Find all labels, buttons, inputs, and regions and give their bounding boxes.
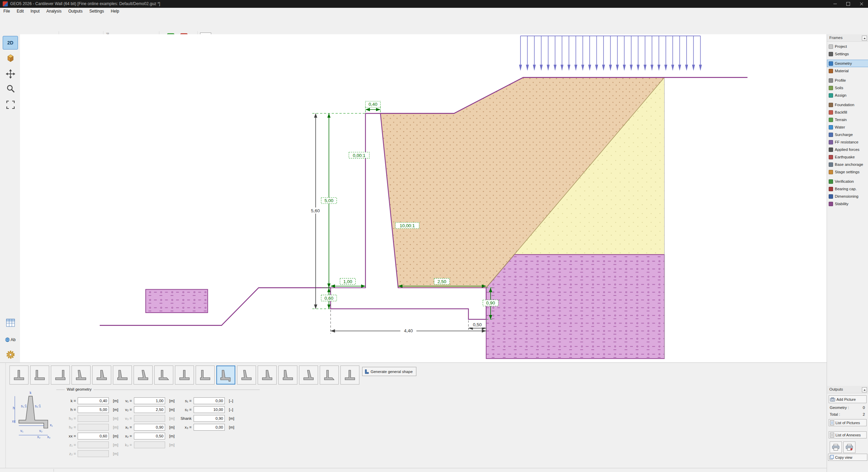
- field-input-v[interactable]: [134, 406, 165, 413]
- outputs-geometry-label: Geometry :: [830, 406, 849, 410]
- frames-item-foundation[interactable]: Foundation: [827, 101, 868, 109]
- wall-type-15-button[interactable]: [299, 366, 318, 385]
- field-input-x[interactable]: [134, 424, 165, 431]
- frames-item-water[interactable]: Water: [827, 123, 868, 131]
- add-picture-button[interactable]: Add Picture: [829, 395, 867, 403]
- grid-settings-button[interactable]: [3, 316, 18, 330]
- wall-type-12-button[interactable]: [237, 366, 256, 385]
- frames-item-applied-forces[interactable]: Applied forces: [827, 146, 868, 153]
- wall-type-6-icon: [115, 368, 130, 382]
- pan-tool-button[interactable]: [3, 67, 18, 81]
- wall-type-9-button[interactable]: [175, 366, 194, 385]
- menu-analysis[interactable]: Analysis: [43, 8, 65, 15]
- annotation-button[interactable]: Ab: [3, 333, 18, 347]
- wall-type-14-icon: [280, 368, 295, 382]
- wall-type-17-button[interactable]: [340, 366, 359, 385]
- frames-item-soils[interactable]: Soils: [827, 84, 868, 92]
- frames-item-backfill[interactable]: Backfill: [827, 109, 868, 116]
- options-button[interactable]: [3, 348, 18, 361]
- field-input-xx[interactable]: [78, 433, 109, 439]
- dim-shank-width: 0,50: [473, 322, 482, 327]
- frames-item-stability[interactable]: Stability: [827, 200, 868, 208]
- frames-item-geometry[interactable]: Geometry: [827, 60, 868, 67]
- view-3d-button[interactable]: [3, 51, 18, 65]
- wall-type-6-button[interactable]: [113, 366, 132, 385]
- list-of-pictures-label: List of Pictures: [835, 421, 860, 425]
- wall-type-3-icon: [53, 368, 68, 382]
- wall-type-10-button[interactable]: [196, 366, 215, 385]
- wall-type-2-button[interactable]: [30, 366, 49, 385]
- wall-type-8-button[interactable]: [154, 366, 173, 385]
- menu-input[interactable]: Input: [27, 8, 43, 15]
- wall-type-5-button[interactable]: [92, 366, 111, 385]
- material-icon: [829, 69, 833, 73]
- frames-collapse-button[interactable]: [862, 36, 867, 41]
- wall-type-13-button[interactable]: [258, 366, 277, 385]
- status-bar: [0, 468, 827, 472]
- wall-type-16-button[interactable]: [320, 366, 339, 385]
- wall-type-13-icon: [260, 368, 275, 382]
- menu-settings[interactable]: Settings: [86, 8, 107, 15]
- list-of-annexes-label: List of Annexes: [835, 433, 861, 437]
- frames-item-verification[interactable]: Verification: [827, 178, 868, 185]
- zoom-tool-button[interactable]: [3, 82, 18, 95]
- drawing-canvas[interactable]: 0,40 5,00 0,60 1,00 2,50 0,90 0,00:1 10,…: [20, 34, 827, 362]
- terrain-icon: [829, 118, 833, 122]
- frames-item-label: Foundation: [835, 103, 854, 107]
- field-input-k[interactable]: [78, 397, 109, 404]
- maximize-button[interactable]: [842, 0, 855, 8]
- wall-type-1-button[interactable]: [9, 366, 28, 385]
- menu-edit[interactable]: Edit: [13, 8, 27, 15]
- field-input-h[interactable]: [78, 406, 109, 413]
- frames-item-material[interactable]: Material: [827, 67, 868, 75]
- menu-outputs[interactable]: Outputs: [65, 8, 86, 15]
- list-of-annexes-button[interactable]: List of Annexes: [829, 431, 867, 438]
- frames-item-surcharge[interactable]: Surcharge: [827, 131, 868, 138]
- wall-type-14-button[interactable]: [278, 366, 297, 385]
- frames-item-label: Base anchorage: [835, 162, 863, 166]
- field-unit: [m]: [169, 433, 175, 439]
- frames-item-base-anchorage[interactable]: Base anchorage: [827, 161, 868, 168]
- add-picture-label: Add Picture: [836, 397, 856, 401]
- frames-item-assign[interactable]: Assign: [827, 92, 868, 99]
- close-button[interactable]: [855, 0, 868, 8]
- field-input-x[interactable]: [194, 424, 225, 431]
- field-input-v[interactable]: [134, 397, 165, 404]
- view-2d-button[interactable]: 2D: [3, 36, 18, 50]
- field-input-s[interactable]: [194, 406, 225, 413]
- minimize-button[interactable]: [828, 0, 842, 8]
- list-of-pictures-button[interactable]: List of Pictures: [829, 419, 867, 426]
- field-input-shank[interactable]: [194, 415, 225, 422]
- frames-item-profile[interactable]: Profile: [827, 77, 868, 84]
- ff-resistance-icon: [829, 140, 833, 144]
- frames-item-ff-resistance[interactable]: FF resistance: [827, 138, 868, 146]
- zoom-fit-button[interactable]: [3, 98, 18, 112]
- frames-item-label: Dimensioning: [835, 194, 859, 198]
- frames-item-stage-settings[interactable]: Stage settings: [827, 168, 868, 176]
- field-input-s[interactable]: [194, 397, 225, 404]
- field-label-h: h =: [46, 406, 76, 413]
- field-input-x[interactable]: [134, 433, 165, 439]
- wall-type-11-button[interactable]: [216, 366, 235, 385]
- print-bw-button[interactable]: [843, 441, 855, 453]
- wall-type-3-button[interactable]: [51, 366, 70, 385]
- frames-item-earthquake[interactable]: Earthquake: [827, 153, 868, 161]
- copy-view-button[interactable]: Copy view: [828, 454, 867, 461]
- wall-type-7-button[interactable]: [134, 366, 153, 385]
- wall-type-9-icon: [177, 368, 192, 382]
- menu-help[interactable]: Help: [107, 8, 123, 15]
- field-label-z: z₁ =: [46, 441, 76, 448]
- print-button[interactable]: [830, 441, 842, 453]
- generate-general-shape-button[interactable]: Generate general shape: [362, 367, 416, 376]
- outputs-panel: Outputs Add Picture Geometry : 0 Total :…: [827, 386, 868, 472]
- frames-item-terrain[interactable]: Terrain: [827, 116, 868, 123]
- menu-file[interactable]: File: [0, 8, 13, 15]
- frames-item-settings[interactable]: Settings: [827, 50, 868, 58]
- frames-item-dimensioning[interactable]: Dimensioning: [827, 193, 868, 200]
- frames-item-bearing-cap[interactable]: Bearing cap.: [827, 185, 868, 193]
- outputs-total-value: 2: [863, 412, 865, 416]
- frames-item-project[interactable]: Project: [827, 43, 868, 50]
- field-label-k: k =: [46, 397, 76, 404]
- wall-type-4-button[interactable]: [72, 366, 91, 385]
- outputs-collapse-button[interactable]: [862, 387, 867, 392]
